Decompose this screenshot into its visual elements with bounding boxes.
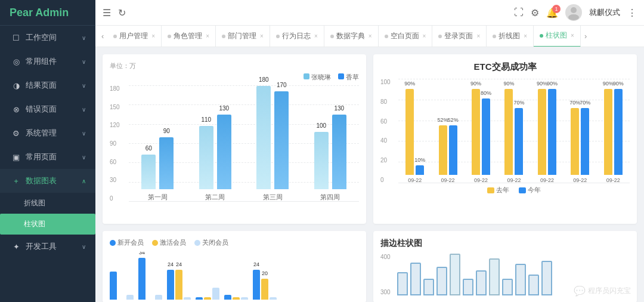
- member-chart-card: 新开会员 激活会员 关闭会员 34: [103, 231, 366, 302]
- border-chart-yaxis: 400300: [380, 254, 391, 295]
- chart1-group-week1: 60 90 第一周: [129, 85, 187, 202]
- tab-label-datadict: 数据字典: [336, 31, 365, 41]
- tab-line-chart[interactable]: 折线图 ×: [487, 26, 534, 47]
- tab-label-linechart: 折线图: [499, 31, 520, 41]
- etc-xlabel-3: 09-22: [474, 177, 488, 183]
- sidebar-item-dev-tools[interactable]: ✦ 开发工具 ∨: [0, 235, 95, 258]
- tab-close-datadict[interactable]: ×: [369, 33, 372, 39]
- tab-label-behavior: 行为日志: [282, 31, 311, 41]
- tab-close-role[interactable]: ×: [206, 33, 209, 39]
- tab-close-login[interactable]: ×: [476, 33, 480, 39]
- etc-group-2: 52% 52% 09-22: [431, 79, 464, 183]
- etc-chart-card: ETC交易成功率 100806040200: [373, 54, 637, 224]
- etc-group-3: 90% 80% 09-22: [465, 79, 497, 183]
- etc-title: ETC交易成功率: [380, 61, 630, 73]
- member-bar-3-gold: 24: [175, 270, 182, 300]
- tab-close-user[interactable]: ×: [151, 33, 155, 39]
- sidebar-item-system-management[interactable]: ⚙ 系统管理 ∨: [0, 121, 95, 145]
- content: 单位：万 张晓琳 香草 1801501209060300: [95, 47, 644, 302]
- tab-user-management[interactable]: 用户管理 ×: [107, 26, 162, 47]
- member-legend-closed: 关闭会员: [194, 238, 228, 247]
- etc-group-5: 90% 90% 09-22: [531, 79, 564, 183]
- border-chart-card: 描边柱状图 400300: [373, 231, 637, 302]
- settings-icon[interactable]: ⚙: [531, 7, 539, 19]
- tab-nav-prev[interactable]: ‹: [98, 32, 107, 41]
- border-bar-12: [541, 261, 552, 295]
- sidebar-item-data-charts[interactable]: + 数据图表 ∧: [0, 169, 95, 193]
- member-bar-6-gold: 20: [261, 279, 268, 300]
- topbar-right: ⛶ ⚙ 🔔 1 就麒仪式 ⋮: [514, 4, 637, 21]
- etc-yaxis: 100806040200: [380, 79, 391, 183]
- tab-close-behavior[interactable]: ×: [314, 33, 318, 39]
- chevron-system-management: ∨: [82, 130, 86, 137]
- tab-dot-user: [113, 35, 117, 38]
- etc-bar-6-cur: 70%: [581, 108, 589, 175]
- member-bar-5-light: [241, 297, 248, 300]
- etc-bar-2-cur: 52%: [449, 125, 457, 175]
- bar-week4-val1: 100: [314, 132, 329, 189]
- member-group-6: 24 20: [253, 270, 277, 300]
- border-bar-2: [410, 263, 421, 295]
- common-pages-icon: ▣: [11, 152, 21, 162]
- etc-bar-2-last: 52%: [439, 125, 447, 175]
- sidebar-logo: Pear Admin: [0, 0, 95, 26]
- member-bar-2-light: [155, 295, 162, 300]
- sidebar-item-error-pages[interactable]: ⊗ 错误页面 ∨: [0, 97, 95, 121]
- sidebar-item-common-pages[interactable]: ▣ 常用页面 ∨: [0, 145, 95, 169]
- tab-close-barchart[interactable]: ×: [571, 32, 574, 39]
- tab-role-management[interactable]: 角色管理 ×: [162, 26, 216, 47]
- bar-week2-val1: 110: [199, 126, 213, 189]
- chart1-bars: 60 90 第一周 110: [129, 85, 359, 202]
- sidebar-item-workspace-label: 工作空间: [26, 32, 57, 43]
- member-bar-1-blue: [110, 272, 117, 300]
- tab-bar-chart[interactable]: 柱状图 ×: [534, 26, 581, 47]
- legend-item-1: 张晓琳: [304, 73, 331, 82]
- tab-label-role: 角色管理: [174, 31, 202, 41]
- tab-dept-management[interactable]: 部门管理 ×: [216, 26, 270, 47]
- chart1-group-week3: 180 170 第三周: [244, 85, 302, 202]
- tab-nav-next[interactable]: ›: [581, 32, 590, 41]
- member-bar-6-light: [270, 297, 277, 300]
- chart1-xlabel-week4: 第四周: [320, 193, 340, 202]
- member-bar-6-blue: 24: [253, 270, 260, 300]
- border-bar-9: [502, 279, 513, 295]
- sidebar-sub-item-bar-chart[interactable]: 柱状图: [0, 214, 95, 235]
- system-management-icon: ⚙: [11, 128, 21, 138]
- bell-icon[interactable]: 🔔 1: [546, 7, 558, 19]
- chart1-xlabel-week1: 第一周: [148, 193, 168, 202]
- bar-week4-val2: 130: [332, 115, 346, 189]
- border-bar-1: [397, 272, 408, 295]
- border-bar-5: [450, 254, 460, 295]
- etc-group-6: 70% 70% 09-22: [564, 79, 596, 183]
- sidebar-item-result-pages-label: 结果页面: [26, 80, 57, 91]
- more-icon[interactable]: ⋮: [627, 7, 637, 19]
- fullscreen-icon[interactable]: ⛶: [514, 7, 524, 18]
- etc-bar-1-last: 90%: [405, 89, 414, 175]
- tab-behavior-log[interactable]: 行为日志 ×: [270, 26, 324, 47]
- tab-close-dept[interactable]: ×: [260, 33, 264, 39]
- sidebar-item-data-charts-label: 数据图表: [26, 175, 57, 186]
- tab-login-page[interactable]: 登录页面 ×: [432, 26, 487, 47]
- member-bar-4-gold: [204, 297, 211, 300]
- sidebar-item-workspace[interactable]: ☐ 工作空间 ∨: [0, 26, 95, 50]
- menu-toggle-icon[interactable]: ☰: [103, 7, 111, 19]
- sidebar-item-result-pages[interactable]: ◑ 结果页面 ∨: [0, 73, 95, 97]
- refresh-icon[interactable]: ↻: [118, 7, 126, 19]
- tab-close-blank[interactable]: ×: [423, 33, 426, 39]
- chevron-common-pages: ∨: [82, 154, 86, 161]
- member-bar-1-light: [126, 295, 134, 300]
- tab-dot-datadict: [330, 35, 334, 38]
- border-bar-6: [463, 279, 473, 295]
- sidebar-item-common-components[interactable]: ◎ 常用组件 ∨: [0, 50, 95, 73]
- chevron-dev-tools: ∨: [82, 244, 86, 250]
- tab-close-linechart[interactable]: ×: [524, 33, 527, 39]
- etc-xlabel-7: 09-22: [606, 177, 620, 183]
- tab-dot-role: [168, 35, 171, 38]
- tab-blank-page[interactable]: 空白页面 ×: [379, 26, 433, 47]
- member-bars: 34 24 24: [110, 252, 359, 300]
- sidebar-sub-item-line-chart[interactable]: 折线图: [0, 193, 95, 214]
- etc-xlabel-1: 09-22: [408, 177, 422, 183]
- member-legend-new: 新开会员: [110, 238, 144, 247]
- tab-data-dict[interactable]: 数据字典 ×: [324, 26, 379, 47]
- member-bar-4-light: [212, 288, 219, 300]
